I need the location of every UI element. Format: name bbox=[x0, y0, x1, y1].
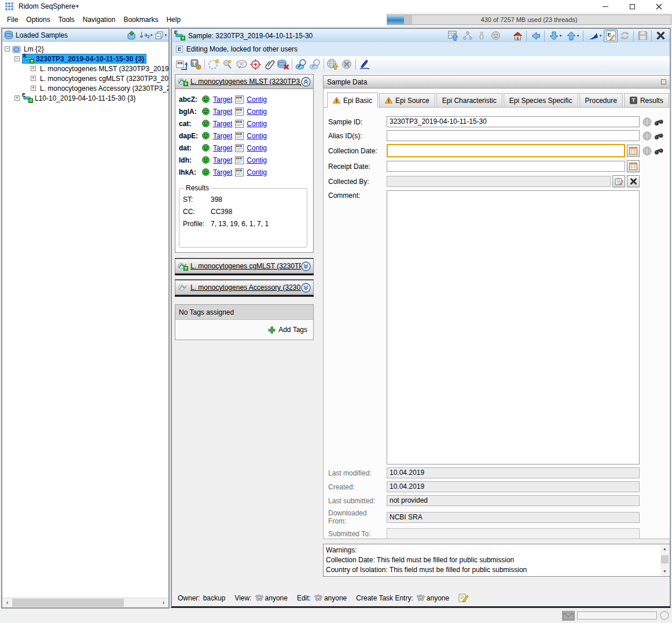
find-db-alt-button[interactable] bbox=[308, 58, 322, 71]
target-button[interactable] bbox=[248, 58, 262, 71]
target-link[interactable]: Target bbox=[213, 120, 232, 128]
tree-item-accessory[interactable]: + L. monocytogenes Accessory (3230TP3_20 bbox=[2, 83, 168, 93]
receipt-date-calendar-button[interactable] bbox=[627, 160, 640, 172]
cgmlst-panel-header[interactable]: L. monocytogenes cgMLST (3230TP3... bbox=[175, 259, 314, 274]
tree-item-sample-2[interactable]: + ET L10-10_2019-04-10-11-15-30 {3} bbox=[2, 93, 168, 103]
menu-options[interactable]: Options bbox=[22, 14, 54, 25]
edit-permissions-button[interactable] bbox=[458, 593, 469, 603]
comment-textarea[interactable] bbox=[387, 190, 640, 465]
edit-mode-button[interactable]: E bbox=[604, 30, 618, 42]
scroll-up-button[interactable]: ▲ bbox=[660, 545, 669, 553]
expander-icon[interactable]: + bbox=[31, 86, 36, 91]
scroll-right-button[interactable]: › bbox=[159, 598, 168, 607]
binoculars-icon[interactable] bbox=[654, 118, 664, 126]
tree-item-mlst[interactable]: + L. monocytogenes MLST (3230TP3_2019-04 bbox=[2, 64, 168, 73]
attachment-button[interactable] bbox=[262, 58, 276, 71]
messages-button[interactable] bbox=[562, 611, 575, 621]
contig-link[interactable]: Contig bbox=[247, 156, 267, 164]
tab-results[interactable]: T Results bbox=[624, 93, 669, 107]
target-link[interactable]: Target bbox=[213, 144, 232, 152]
contig-link[interactable]: Contig bbox=[247, 132, 267, 140]
accessory-panel-title[interactable]: L. monocytogenes Accessory (3230... bbox=[190, 283, 301, 292]
import-fastq-button[interactable] bbox=[175, 58, 189, 71]
scroll-down-button[interactable]: ▼ bbox=[660, 567, 669, 576]
receipt-date-field[interactable] bbox=[387, 161, 625, 172]
contig-link[interactable]: Contig bbox=[247, 95, 267, 104]
alias-field[interactable] bbox=[387, 130, 640, 141]
contig-link[interactable]: Contig bbox=[247, 168, 267, 176]
goto-button[interactable]: ▾ bbox=[585, 30, 604, 42]
submit-globe-button[interactable] bbox=[326, 58, 340, 71]
find-db-button[interactable] bbox=[294, 58, 308, 71]
up-navigate-button[interactable]: ▾ bbox=[564, 30, 581, 42]
expander-icon[interactable]: + bbox=[31, 76, 36, 81]
face-view-button[interactable] bbox=[489, 30, 502, 42]
tree-item-cgmlst[interactable]: + L. monocytogenes cgMLST (3230TP3_2019- bbox=[2, 73, 168, 83]
close-view-button[interactable] bbox=[653, 30, 667, 42]
expander-icon[interactable]: − bbox=[14, 56, 20, 61]
mlst-panel-title[interactable]: L. monocytogenes MLST (3230TP3_2... bbox=[190, 78, 301, 86]
warnings-scrollbar[interactable]: ▲ ▼ bbox=[660, 545, 669, 576]
tab-procedure[interactable]: Procedure bbox=[579, 93, 623, 107]
globe-disabled-button[interactable] bbox=[340, 58, 354, 71]
target-link[interactable]: Target bbox=[213, 132, 232, 140]
collected-by-clear-button[interactable] bbox=[627, 175, 640, 187]
menu-tools[interactable]: Tools bbox=[54, 14, 79, 25]
tab-epi-source[interactable]: Epi Source bbox=[379, 93, 435, 107]
back-button[interactable] bbox=[528, 30, 542, 42]
dna-view-button[interactable] bbox=[475, 30, 489, 42]
binoculars-icon[interactable] bbox=[654, 147, 664, 155]
contig-link[interactable]: Contig bbox=[247, 144, 267, 152]
expander-icon[interactable]: + bbox=[31, 66, 36, 71]
save-button[interactable] bbox=[636, 30, 649, 42]
scroll-left-button[interactable]: ‹ bbox=[2, 598, 12, 607]
expand-chevron-icon[interactable] bbox=[301, 283, 311, 293]
tab-epi-characteristic[interactable]: Epi Characteristic bbox=[436, 93, 502, 107]
task-template-settings-button[interactable] bbox=[189, 58, 203, 71]
close-button[interactable] bbox=[645, 0, 672, 13]
collected-by-lookup-button[interactable] bbox=[612, 175, 625, 187]
scrollbar-thumb[interactable] bbox=[661, 555, 669, 563]
collapse-chevron-icon[interactable] bbox=[301, 77, 311, 87]
maximize-panel-icon[interactable] bbox=[661, 79, 666, 84]
expander-icon[interactable]: + bbox=[14, 95, 20, 101]
target-link[interactable]: Target bbox=[213, 108, 232, 116]
down-navigate-button[interactable]: ▾ bbox=[546, 30, 564, 42]
tab-epi-species-specific[interactable]: Epi Species Specific bbox=[504, 93, 578, 107]
menu-file[interactable]: File bbox=[3, 14, 22, 25]
sample-id-field[interactable]: 3230TP3_2019-04-10-11-15-30 bbox=[387, 116, 640, 127]
maximize-button[interactable] bbox=[619, 0, 645, 13]
recompute-button[interactable] bbox=[207, 58, 221, 71]
menu-help[interactable]: Help bbox=[162, 14, 185, 25]
comment-button[interactable] bbox=[234, 58, 248, 71]
mlst-panel-header[interactable]: L. monocytogenes MLST (3230TP3_2... bbox=[175, 74, 314, 89]
pin-star-button[interactable] bbox=[221, 58, 234, 71]
collapse-all-button[interactable]: ▾ bbox=[155, 31, 167, 39]
scrollbar-thumb[interactable] bbox=[12, 599, 124, 607]
home-button[interactable] bbox=[511, 30, 524, 42]
add-tags-button[interactable]: Add Tags bbox=[268, 326, 307, 334]
tree-view-button[interactable] bbox=[461, 30, 475, 42]
target-link[interactable]: Target bbox=[213, 168, 232, 176]
menu-navigation[interactable]: Navigation bbox=[79, 14, 120, 25]
expander-icon[interactable]: − bbox=[5, 46, 10, 51]
collection-date-calendar-button[interactable] bbox=[627, 145, 640, 157]
target-link[interactable]: Target bbox=[213, 156, 232, 164]
table-export-button[interactable] bbox=[447, 30, 461, 42]
contig-link[interactable]: Contig bbox=[247, 108, 267, 116]
collection-date-field[interactable] bbox=[387, 144, 625, 157]
target-link[interactable]: Target bbox=[213, 95, 232, 104]
menu-bookmarks[interactable]: Bookmarks bbox=[119, 14, 162, 25]
expand-chevron-icon[interactable] bbox=[301, 261, 311, 271]
tree-item-project[interactable]: − Lm {2} bbox=[2, 44, 168, 54]
tree-item-sample-selected[interactable]: − ET 3230TP3_2019-04-10-11-15-30 {3} bbox=[2, 54, 168, 64]
binoculars-icon[interactable] bbox=[654, 132, 664, 140]
tab-epi-basic[interactable]: Epi Basic bbox=[327, 93, 378, 108]
db-upload-button[interactable] bbox=[127, 31, 137, 40]
signature-button[interactable] bbox=[358, 58, 372, 71]
horizontal-scrollbar[interactable]: ‹ › bbox=[2, 598, 168, 607]
cgmlst-panel-title[interactable]: L. monocytogenes cgMLST (3230TP3... bbox=[190, 262, 301, 270]
minimize-button[interactable] bbox=[592, 0, 619, 13]
refresh-button[interactable] bbox=[618, 30, 631, 42]
sort-button[interactable]: az ▾ bbox=[139, 31, 152, 39]
